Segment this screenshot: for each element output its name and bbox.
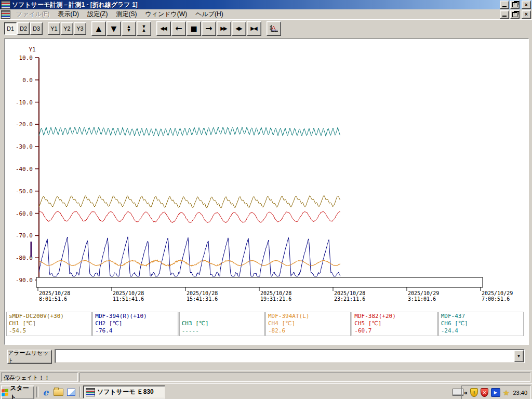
security-alert-icon[interactable]: ✕ <box>481 388 488 397</box>
svg-text:2025/10/28: 2025/10/28 <box>334 290 365 296</box>
child-close-button[interactable]: × <box>522 10 531 19</box>
channel-unit: CH3 [℃] <box>182 320 262 327</box>
legend-panel: sMDF-DC200V(+30)CH1 [℃]-54.5MDF-394(R)(+… <box>6 312 524 336</box>
step-back-button[interactable]: ← <box>171 21 186 36</box>
scroll-down-button[interactable]: ▼ <box>107 21 121 36</box>
svg-text:-30.0: -30.0 <box>16 143 33 150</box>
menu-items: ファイル(F)表示(D)設定(Z)測定(S)ウィンドウ(W)ヘルプ(H) <box>12 9 228 20</box>
series-CH6 <box>39 127 340 136</box>
channel-value: -24.4 <box>441 327 521 335</box>
svg-text:10.0: 10.0 <box>19 55 33 61</box>
minimize-button[interactable] <box>500 1 509 9</box>
svg-text:2025/10/28: 2025/10/28 <box>113 290 144 296</box>
channel-value: -54.5 <box>9 327 89 335</box>
child-restore-button[interactable] <box>510 10 520 19</box>
channel-value: -76.4 <box>95 327 175 335</box>
svg-text:-40.0: -40.0 <box>16 166 33 172</box>
svg-text:15:41:31.6: 15:41:31.6 <box>187 296 218 302</box>
series-CH2 <box>39 237 340 276</box>
child-window-icon[interactable] <box>1 10 10 19</box>
stop-button[interactable]: ■ <box>187 21 201 36</box>
expand-horizontal-icon: ◀▶ <box>236 25 241 32</box>
child-minimize-button[interactable] <box>500 10 509 19</box>
channel-value: -60.7 <box>354 327 434 335</box>
legend-cell: MDF-437CH6 [℃]-24.4 <box>438 312 524 336</box>
taskbar: スタート e ソフトサーモ Ｅ830 « ! ✕ ▶ ★ 23:40 <box>0 383 532 399</box>
svg-text:-50.0: -50.0 <box>16 188 33 195</box>
menu-item-view[interactable]: 表示(D) <box>54 9 83 20</box>
start-label: スタート <box>10 384 34 399</box>
channel-value: -82.6 <box>268 327 348 335</box>
y2-button[interactable]: Y2 <box>61 22 73 35</box>
svg-text:7:00:51.6: 7:00:51.6 <box>482 296 510 302</box>
menu-item-window[interactable]: ウィンドウ(W) <box>141 9 191 20</box>
channel-name: sMDF-DC200V(+30) <box>9 313 89 320</box>
d1-button[interactable]: D1 <box>4 22 17 35</box>
start-button[interactable]: スタート <box>1 385 34 399</box>
folder-icon[interactable] <box>53 387 63 397</box>
title-bar: ソフトサーモ計測－計測1 - [折れ線グラフ 1] × <box>0 0 532 9</box>
task-app-icon <box>86 388 95 396</box>
favorites-star-icon[interactable]: ★ <box>503 389 510 397</box>
menu-item-help[interactable]: ヘルプ(H) <box>191 9 228 20</box>
taskbar-separator <box>79 387 81 397</box>
fast-forward-button[interactable]: ▶▶ <box>217 21 231 36</box>
compress-vertical-icon: ▼▲ <box>142 25 147 32</box>
menu-item-measure[interactable]: 測定(S) <box>112 9 141 20</box>
svg-text:8:01:51.6: 8:01:51.6 <box>39 296 67 302</box>
minimize-icon <box>502 6 507 7</box>
alarm-combobox[interactable]: ▼ <box>55 349 525 363</box>
toolbar: D1D2D3Y1Y2Y3▲▼▲▼▼▲◀◀←■→▶▶◀▶▶◀ <box>0 19 532 37</box>
svg-text:2025/10/29: 2025/10/29 <box>482 290 513 296</box>
menu-item-settings[interactable]: 設定(Z) <box>83 9 112 20</box>
alarm-reset-button[interactable]: アラームリセット <box>7 350 52 364</box>
close-button[interactable]: × <box>522 1 531 9</box>
d3-button[interactable]: D3 <box>30 22 43 35</box>
channel-name <box>182 313 262 320</box>
channel-unit: CH6 [℃] <box>441 320 521 327</box>
tray-collapse-chevron[interactable]: « <box>464 389 468 396</box>
svg-text:3:11:01.6: 3:11:01.6 <box>408 296 436 302</box>
step-forward-button[interactable]: → <box>202 21 216 36</box>
scroll-up-button[interactable]: ▲ <box>91 21 106 36</box>
media-player-icon[interactable]: ▶ <box>491 388 500 397</box>
security-warning-icon[interactable]: ! <box>470 388 478 397</box>
rewind-button[interactable]: ◀◀ <box>156 21 171 36</box>
compress-horizontal-button[interactable]: ▶◀ <box>247 21 261 36</box>
d2-button[interactable]: D2 <box>17 22 30 35</box>
expand-vertical-button[interactable]: ▲▼ <box>122 21 136 36</box>
double-right-icon: ▶▶ <box>221 25 226 32</box>
channel-unit: CH5 [℃] <box>354 320 434 327</box>
menu-bar: ファイル(F)表示(D)設定(Z)測定(S)ウィンドウ(W)ヘルプ(H) × <box>0 9 532 20</box>
graph-settings-button[interactable] <box>267 21 281 36</box>
series-CH1 <box>39 195 340 208</box>
expand-horizontal-button[interactable]: ◀▶ <box>232 21 246 36</box>
svg-text:0.0: 0.0 <box>22 77 33 84</box>
internet-explorer-icon[interactable]: e <box>41 387 51 397</box>
system-tray: « ! ✕ ▶ ★ 23:40 <box>461 385 531 399</box>
restore-icon <box>512 2 517 7</box>
chart-icon <box>269 24 278 33</box>
time-range-box[interactable] <box>36 277 483 287</box>
channel-name: MDF-394(R)(+10) <box>95 313 175 320</box>
task-button-softthermo[interactable]: ソフトサーモ Ｅ830 <box>83 385 165 398</box>
close-icon: × <box>525 2 528 8</box>
svg-text:2025/10/28: 2025/10/28 <box>187 290 218 296</box>
y3-button[interactable]: Y3 <box>74 22 86 35</box>
app-icon[interactable] <box>1 1 10 9</box>
svg-text:-90.0: -90.0 <box>16 277 33 284</box>
status-bar: 保存ウェイト！！ <box>0 370 532 384</box>
show-desktop-icon[interactable] <box>66 387 76 397</box>
svg-text:19:31:21.6: 19:31:21.6 <box>260 296 291 302</box>
channel-unit: CH1 [℃] <box>9 320 89 327</box>
task-label: ソフトサーモ Ｅ830 <box>97 388 154 396</box>
svg-text:-80.0: -80.0 <box>16 255 33 261</box>
series-CH5 <box>39 211 340 223</box>
compress-vertical-button[interactable]: ▼▲ <box>137 21 151 36</box>
y1-button[interactable]: Y1 <box>48 22 60 35</box>
svg-text:2025/10/28: 2025/10/28 <box>39 290 70 296</box>
desktop: { "window": { "title": "ソフトサーモ計測－計測1 - [… <box>0 0 532 399</box>
alarm-combobox-dropdown-button[interactable]: ▼ <box>514 350 524 362</box>
restore-button[interactable] <box>510 1 520 9</box>
window-title: ソフトサーモ計測－計測1 - [折れ線グラフ 1] <box>12 1 500 9</box>
